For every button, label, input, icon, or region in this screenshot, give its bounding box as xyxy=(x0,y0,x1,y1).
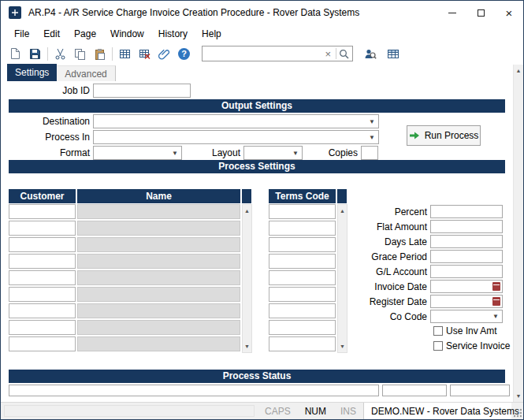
menu-file[interactable]: File xyxy=(7,26,36,42)
record-search-icon[interactable] xyxy=(360,45,380,62)
customer-cell[interactable] xyxy=(9,254,76,269)
customer-cell[interactable] xyxy=(9,303,76,318)
register-date-field[interactable] xyxy=(430,295,503,308)
num-indicator: NUM xyxy=(298,403,333,419)
format-select[interactable]: ▼ xyxy=(93,146,182,160)
grid-row xyxy=(269,254,337,269)
status-message: DEMO.NEW - Rover Data Systems xyxy=(363,403,511,419)
percent-field[interactable] xyxy=(430,205,503,218)
menu-page[interactable]: Page xyxy=(67,26,103,42)
grid-row xyxy=(9,320,242,335)
co-code-select[interactable]: ▼ xyxy=(430,310,503,323)
grace-period-field[interactable] xyxy=(430,250,503,263)
customer-column-header[interactable]: Customer xyxy=(9,189,76,203)
terms-code-cell[interactable] xyxy=(269,336,336,351)
menu-help[interactable]: Help xyxy=(195,26,229,42)
save-icon[interactable] xyxy=(25,45,45,62)
days-late-input[interactable] xyxy=(431,236,502,247)
maximize-button[interactable] xyxy=(466,1,495,24)
gl-account-field[interactable] xyxy=(430,265,503,278)
minimize-button[interactable] xyxy=(438,1,466,24)
grid-row xyxy=(9,303,242,318)
grid-row xyxy=(9,270,242,285)
terms-code-cell[interactable] xyxy=(269,287,336,302)
clear-search-icon[interactable]: × xyxy=(322,48,333,60)
customer-cell[interactable] xyxy=(9,320,76,335)
search-icon[interactable] xyxy=(339,49,349,59)
customer-cell[interactable] xyxy=(9,221,76,236)
attachment-icon[interactable] xyxy=(154,45,174,62)
toolbar-separator xyxy=(112,47,113,61)
menu-window[interactable]: Window xyxy=(103,26,151,42)
terms-code-cell[interactable] xyxy=(269,270,336,285)
percent-input[interactable] xyxy=(431,206,502,217)
calendar-icon[interactable] xyxy=(492,282,500,291)
copies-input[interactable] xyxy=(361,146,378,160)
terms-code-cell[interactable] xyxy=(269,254,336,269)
terms-code-cell[interactable] xyxy=(269,303,336,318)
caps-indicator: CAPS xyxy=(258,403,298,419)
scroll-down-icon[interactable]: ▼ xyxy=(514,390,523,402)
copy-icon[interactable] xyxy=(70,45,90,62)
help-icon[interactable]: ? xyxy=(174,45,194,62)
menu-edit[interactable]: Edit xyxy=(36,26,67,42)
terms-code-cell[interactable] xyxy=(269,204,336,219)
gl-account-input[interactable] xyxy=(431,266,502,277)
grace-period-input[interactable] xyxy=(431,251,502,262)
layout-select[interactable]: ▼ xyxy=(243,146,303,160)
use-inv-amt-checkbox[interactable] xyxy=(433,326,443,336)
scroll-up-icon[interactable]: ▲ xyxy=(514,65,523,76)
tab-settings[interactable]: Settings xyxy=(7,64,57,81)
grid-row xyxy=(269,287,337,302)
days-late-field[interactable] xyxy=(430,235,503,248)
flat-amount-label: Flat Amount xyxy=(332,221,430,232)
flat-amount-input[interactable] xyxy=(431,221,502,232)
new-document-icon[interactable] xyxy=(6,45,25,62)
vertical-scrollbar[interactable]: ▲ ▼ xyxy=(513,65,523,402)
scroll-track[interactable] xyxy=(514,76,523,390)
scroll-down-icon[interactable]: ▼ xyxy=(338,340,347,352)
tab-advanced[interactable]: Advanced xyxy=(57,65,115,81)
grid-row xyxy=(269,204,337,219)
customer-cell[interactable] xyxy=(9,204,76,219)
customer-grid-body xyxy=(9,204,242,353)
customer-grid: Customer Name ▲ ▼ xyxy=(9,189,252,353)
destination-select[interactable]: ▼ xyxy=(93,114,379,128)
customer-cell[interactable] xyxy=(9,287,76,302)
chevron-down-icon: ▼ xyxy=(172,150,181,157)
terms-code-cell[interactable] xyxy=(269,237,336,252)
search-input[interactable] xyxy=(206,48,322,59)
grid-delete-icon[interactable] xyxy=(135,45,154,62)
process-in-select[interactable]: ▼ xyxy=(93,130,379,144)
job-id-input[interactable] xyxy=(93,84,191,98)
paste-icon[interactable] xyxy=(90,45,110,62)
customer-grid-scrollbar[interactable]: ▲ ▼ xyxy=(242,204,252,353)
close-button[interactable]: × xyxy=(495,1,523,24)
calendar-icon[interactable] xyxy=(492,297,500,306)
invoice-date-input[interactable] xyxy=(431,281,492,292)
customer-cell[interactable] xyxy=(9,237,76,252)
terms-code-cell[interactable] xyxy=(269,320,336,335)
search-box: × xyxy=(202,46,353,61)
question-mark-icon: ? xyxy=(178,48,190,60)
flat-amount-field[interactable] xyxy=(430,220,503,233)
gl-account-label: G/L Account xyxy=(332,266,430,277)
register-date-input[interactable] xyxy=(431,296,492,307)
scroll-track[interactable] xyxy=(243,217,251,340)
percent-label: Percent xyxy=(332,206,430,217)
terms-code-cell[interactable] xyxy=(269,221,336,236)
scroll-up-icon[interactable]: ▲ xyxy=(243,205,251,217)
terms-code-column-header[interactable]: Terms Code xyxy=(269,189,336,203)
service-invoice-checkbox[interactable] xyxy=(433,341,443,351)
scroll-down-icon[interactable]: ▼ xyxy=(243,340,251,352)
menu-history[interactable]: History xyxy=(151,26,195,42)
grid-insert-icon[interactable] xyxy=(115,45,135,62)
invoice-date-field[interactable] xyxy=(430,280,503,293)
run-process-button[interactable]: Run Process xyxy=(407,125,481,146)
table-icon[interactable] xyxy=(383,45,403,62)
customer-cell[interactable] xyxy=(9,336,76,351)
cut-icon[interactable] xyxy=(50,45,70,62)
name-column-header[interactable]: Name xyxy=(77,189,240,203)
resize-grip[interactable] xyxy=(511,403,523,419)
customer-cell[interactable] xyxy=(9,270,76,285)
